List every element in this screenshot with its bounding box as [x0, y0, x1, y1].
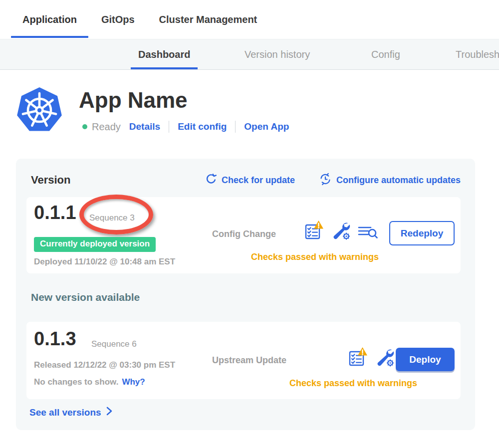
- tab-label: Troubleshoot: [456, 49, 499, 60]
- configure-automatic-updates-label: Configure automatic updates: [336, 175, 461, 186]
- deployed-timestamp: Deployed 11/10/22 @ 10:48 am EST: [34, 257, 175, 267]
- new-version-row: 0.1.3 Sequence 6 Released 12/12/22 @ 03:…: [26, 322, 461, 399]
- tab-version-history[interactable]: Version history: [237, 39, 317, 69]
- tab-config[interactable]: Config: [364, 39, 408, 69]
- tab-troubleshoot[interactable]: Troubleshoot: [448, 39, 499, 69]
- nav-item-label: Application: [22, 14, 77, 25]
- release-notes-search-icon[interactable]: [358, 224, 378, 242]
- version-card-title: Version: [31, 174, 70, 187]
- diff-summary-text: No changes to show.: [34, 377, 118, 387]
- active-nav-underline: [11, 36, 88, 38]
- current-version-number: 0.1.1: [34, 202, 76, 224]
- version-card: Version Check for update: [16, 159, 475, 430]
- new-version-heading: New version available: [31, 291, 140, 303]
- deploy-button[interactable]: Deploy: [396, 348, 455, 371]
- version-source-label: Config Change: [212, 229, 276, 239]
- kubernetes-logo-icon: [16, 86, 62, 135]
- current-version-row: 0.1.1 Sequence 3 Currently deployed vers…: [26, 197, 461, 273]
- version-card-actions: Check for update Configure automatic upd…: [205, 173, 461, 188]
- active-tab-underline: [131, 67, 198, 69]
- preflight-checklist-warning-icon[interactable]: [348, 347, 368, 369]
- new-version-number: 0.1.3: [34, 328, 76, 350]
- current-sequence-label: Sequence 3: [89, 213, 135, 223]
- tab-label: Dashboard: [138, 49, 190, 60]
- ready-status-dot-icon: [82, 124, 87, 129]
- top-nav: Application GitOps Cluster Management: [0, 0, 499, 39]
- checks-status-text: Checks passed with warnings: [251, 252, 379, 262]
- edit-config-link[interactable]: Edit config: [178, 121, 227, 132]
- check-for-update-label: Check for update: [222, 175, 295, 186]
- nav-item-application[interactable]: Application: [11, 0, 88, 39]
- divider: [235, 121, 236, 133]
- nav-item-gitops[interactable]: GitOps: [90, 0, 146, 39]
- app-status-row: Ready Details Edit config Open App: [82, 121, 289, 133]
- new-sequence-label: Sequence 6: [91, 339, 137, 349]
- configure-automatic-updates-link[interactable]: Configure automatic updates: [319, 173, 461, 188]
- wrench-gear-icon[interactable]: [331, 221, 350, 242]
- new-version-icons: [348, 347, 394, 369]
- nav-item-label: GitOps: [101, 14, 135, 25]
- preflight-checklist-warning-icon[interactable]: [304, 220, 324, 242]
- wrench-gear-icon[interactable]: [375, 348, 394, 369]
- status-text: Ready: [92, 121, 121, 133]
- redeploy-button[interactable]: Redeploy: [389, 221, 455, 245]
- diff-summary-row: No changes to show. Why?: [34, 377, 145, 387]
- nav-item-label: Cluster Management: [159, 14, 257, 25]
- tab-bar: Dashboard Version history Config Trouble…: [0, 39, 499, 70]
- page: Application GitOps Cluster Management Da…: [0, 0, 499, 448]
- tab-label: Config: [371, 49, 400, 60]
- tab-dashboard[interactable]: Dashboard: [131, 39, 198, 69]
- chevron-right-icon: [106, 407, 112, 418]
- nav-item-cluster-management[interactable]: Cluster Management: [148, 0, 269, 39]
- why-link[interactable]: Why?: [122, 377, 145, 387]
- see-all-versions-link[interactable]: See all versions: [29, 407, 112, 418]
- refresh-icon: [205, 173, 217, 188]
- tab-label: Version history: [245, 49, 310, 60]
- open-app-link[interactable]: Open App: [244, 121, 289, 132]
- currently-deployed-badge: Currently deployed version: [34, 237, 156, 252]
- current-version-icons: [304, 220, 378, 242]
- check-for-update-link[interactable]: Check for update: [205, 173, 295, 188]
- version-source-label: Upstream Update: [212, 355, 286, 366]
- checks-status-text: Checks passed with warnings: [289, 378, 417, 389]
- released-timestamp: Released 12/12/22 @ 03:30 pm EST: [34, 360, 175, 370]
- divider: [169, 121, 169, 133]
- details-link[interactable]: Details: [129, 121, 160, 132]
- scheduled-refresh-icon: [319, 173, 332, 188]
- see-all-versions-label: See all versions: [29, 407, 101, 418]
- page-title: App Name: [79, 88, 188, 113]
